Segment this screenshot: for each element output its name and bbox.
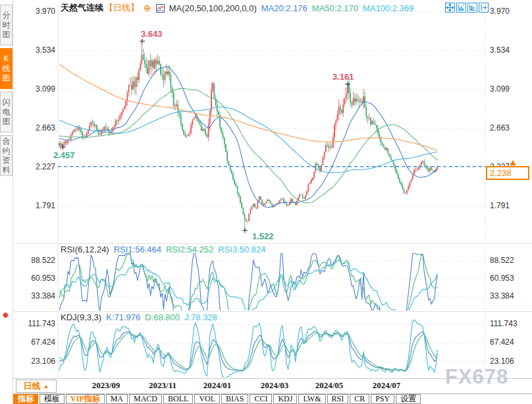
toolbar-button-MACD[interactable]: MACD	[129, 394, 162, 404]
toolbar-button-模板[interactable]: 模板	[40, 394, 65, 404]
y-axis-label: 3.099	[490, 84, 510, 94]
y-axis-label: 67.424	[490, 337, 514, 347]
y-axis-label: 3.534	[13, 45, 55, 55]
chart-type-sidebar: 分时图K线图闪电图合约资料	[0, 0, 13, 404]
ma100-value: MA100:2.369	[363, 3, 413, 13]
rsi1-line	[59, 254, 437, 318]
window-controls	[445, 3, 489, 13]
y-axis-label: 3.970	[490, 7, 510, 16]
y-axis-label: 33.384	[13, 291, 55, 301]
pop-out-icon[interactable]	[479, 3, 489, 13]
candlestick-series	[59, 41, 438, 230]
period-tag: 【日线】	[105, 2, 139, 14]
period-selector[interactable]: 日线 ▲	[16, 380, 57, 393]
y-axis-label: 2.227	[13, 162, 55, 171]
kdj-panel-header: KDJ(9,3,3) K:71.976 D:68.800 J:78.328	[61, 312, 217, 322]
y-axis-label: 3.534	[490, 45, 510, 55]
ma20-line	[59, 67, 437, 207]
symbol-name: 天然气连续	[61, 2, 103, 14]
y-axis-label: 88.522	[490, 256, 514, 265]
sidebar-tab-闪电图[interactable]: 闪电图	[0, 92, 13, 132]
toolbar-button-PSY[interactable]: PSY	[371, 394, 394, 404]
rsi3-value: RSI3:50.824	[218, 245, 265, 254]
toolbar-button-BOLL[interactable]: BOLL	[163, 394, 193, 404]
hot-indicator-icon[interactable]: ✹	[2, 311, 9, 320]
kdj-title: KDJ(9,3,3)	[61, 312, 101, 322]
ma50-line	[59, 88, 437, 203]
chart-canvas	[0, 0, 532, 404]
current-price-value: 2.238	[490, 168, 512, 178]
toolbar-button-CCI[interactable]: CCI	[250, 394, 272, 404]
rsi1-value: RSI1:56.464	[114, 245, 161, 254]
kdj-k-value: K:71.976	[106, 312, 140, 322]
kdj-j-value: J:78.328	[184, 312, 217, 322]
toolbar-button-LW&[interactable]: LW&	[298, 394, 325, 404]
y-axis-label: 88.522	[13, 256, 55, 265]
panel-separator	[13, 311, 532, 312]
y-axis-label: 33.384	[490, 291, 514, 301]
y-axis-label: 3.099	[13, 84, 55, 94]
period-label: 日线	[24, 380, 41, 392]
ma100-line	[59, 107, 437, 173]
toolbar-button-VOL[interactable]: VOL	[194, 394, 220, 404]
panel-separator	[13, 243, 532, 244]
price-extreme-label: 2.457	[53, 150, 75, 160]
toolbar-button-CR[interactable]: CR	[350, 394, 369, 404]
main-chart-header: 天然气连续 【日线】 ⊕ MA(20,50,100,200,0,0) MA20:…	[61, 2, 413, 14]
toolbar-button-BIAS[interactable]: BIAS	[221, 394, 248, 404]
toolbar-button-MA[interactable]: MA	[106, 394, 128, 404]
rsi3-line	[59, 260, 437, 318]
y-axis-label: 2.663	[490, 123, 510, 132]
rsi2-value: RSI2:54.252	[166, 245, 213, 254]
y-axis-label: 111.743	[490, 319, 518, 328]
y-axis-label: 23.106	[490, 357, 514, 366]
price-up-arrow-icon	[510, 160, 516, 165]
chart-application: FX678 天然气连续 【日线】 ⊕ MA(20,50,100,200,0,0)…	[0, 0, 532, 404]
price-extreme-label: 3.161	[332, 72, 354, 82]
y-axis-label: 67.424	[13, 337, 55, 347]
y-axis-label: 111.743	[13, 319, 55, 328]
axis-scale-icon[interactable]	[456, 3, 466, 13]
sidebar-tab-合约资料[interactable]: 合约资料	[0, 135, 13, 176]
add-indicator-icon[interactable]: ⊕	[144, 4, 151, 13]
ma200-line	[59, 65, 437, 150]
x-axis-row: 日线 ▲	[13, 378, 532, 393]
period-arrow-icon: ▲	[43, 383, 49, 390]
ma20-value: MA20:2.176	[261, 3, 307, 13]
kdj-d-value: D:68.800	[145, 312, 180, 322]
y-axis-label: 1.791	[13, 201, 55, 210]
toolbar-button-KDJ[interactable]: KDJ	[273, 394, 297, 404]
price-extreme-label: 1.522	[252, 231, 274, 241]
y-axis-label: 3.970	[13, 7, 55, 16]
toolbar-button-VIP指标[interactable]: VIP指标	[66, 394, 105, 404]
rsi2-line	[59, 254, 437, 318]
ma-settings-label: MA(20,50,100,200,0,0)	[169, 3, 257, 13]
kdj-j-line	[59, 320, 437, 378]
chart-logo-icon	[156, 4, 165, 13]
axis-play-icon[interactable]	[467, 3, 477, 13]
sidebar-tab-K线图[interactable]: K线图	[0, 48, 13, 89]
y-axis-label: 23.106	[13, 357, 55, 366]
kdj-d-line	[59, 333, 437, 370]
sidebar-tab-分时图[interactable]: 分时图	[0, 5, 13, 45]
toolbar-button-RSI[interactable]: RSI	[327, 394, 349, 404]
rsi-title: RSI(6,12,24)	[61, 245, 109, 254]
indicator-toolbar: 指标模板VIP指标MAMACDBOLLVOLBIASCCIKDJLW&RSICR…	[13, 393, 532, 404]
y-axis-label: 1.791	[490, 201, 510, 210]
toolbar-button-设置[interactable]: 设置	[396, 394, 421, 404]
toolbar-button-指标[interactable]: 指标	[13, 394, 38, 404]
y-axis-label: 60.953	[13, 274, 55, 283]
kdj-k-line	[59, 332, 437, 371]
labels-overlay: 3.6432.4571.5223.1613.9703.9703.5343.534…	[0, 0, 532, 404]
rsi-panel-header: RSI(6,12,24) RSI1:56.464 RSI2:54.252 RSI…	[61, 245, 266, 254]
price-extreme-label: 3.643	[141, 29, 163, 39]
y-axis-label: 2.663	[13, 123, 55, 132]
current-price-box: 2.238	[486, 166, 529, 180]
ma50-value: MA50:2.170	[312, 3, 358, 13]
y-axis-label: 60.953	[490, 274, 514, 283]
move-icon[interactable]	[445, 3, 455, 13]
